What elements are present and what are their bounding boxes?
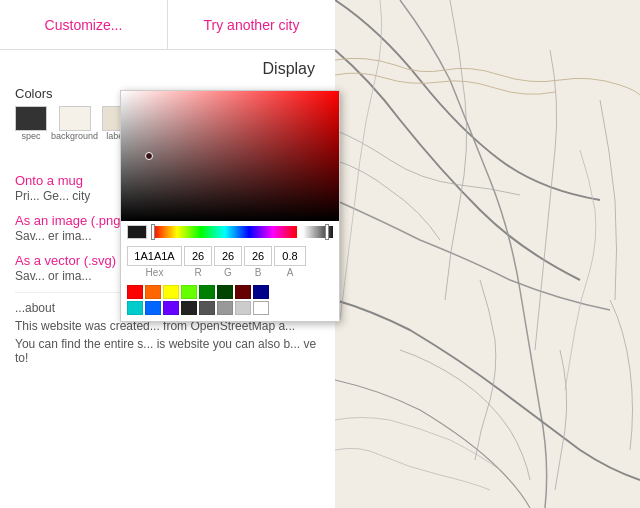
gradient-area[interactable] <box>121 91 339 221</box>
brightness-gradient <box>121 91 339 221</box>
g-label: G <box>224 267 232 278</box>
try-another-button[interactable]: Try another city <box>168 0 335 49</box>
preset-row-2 <box>127 301 333 315</box>
preset-dark-green[interactable] <box>217 285 233 299</box>
swatch-spec-box[interactable] <box>15 106 47 131</box>
preset-lime[interactable] <box>181 285 197 299</box>
about-text-3: You can find the entire s... is website … <box>15 337 320 365</box>
export-png-link[interactable]: As an image (.png) <box>15 213 125 228</box>
color-preview-swatch <box>127 225 147 239</box>
alpha-thumb <box>325 224 329 240</box>
export-mug-link[interactable]: Onto a mug <box>15 173 83 188</box>
hue-thumb <box>151 224 155 240</box>
preset-cyan[interactable] <box>127 301 143 315</box>
r-label: R <box>194 267 201 278</box>
a-input[interactable] <box>274 246 306 266</box>
preset-row-1 <box>127 285 333 299</box>
preset-mid-gray[interactable] <box>217 301 233 315</box>
r-input[interactable] <box>184 246 212 266</box>
g-input[interactable] <box>214 246 242 266</box>
swatch-spec-label: spec <box>21 131 40 141</box>
preset-white[interactable] <box>253 301 269 315</box>
a-label: A <box>287 267 294 278</box>
customize-button[interactable]: Customize... <box>0 0 168 49</box>
hex-input[interactable] <box>127 246 182 266</box>
swatch-spec[interactable]: spec <box>15 106 47 141</box>
preset-navy[interactable] <box>253 285 269 299</box>
preset-orange[interactable] <box>145 285 161 299</box>
b-label: B <box>255 267 262 278</box>
preset-light-gray[interactable] <box>235 301 251 315</box>
swatch-background-label: background <box>51 131 98 141</box>
export-svg-link[interactable]: As a vector (.svg) <box>15 253 116 268</box>
preset-very-dark[interactable] <box>181 301 197 315</box>
hex-input-group: Hex <box>127 246 182 278</box>
preset-blue[interactable] <box>145 301 161 315</box>
preset-colors <box>121 281 339 321</box>
swatch-background-box[interactable] <box>59 106 91 131</box>
alpha-slider[interactable] <box>303 226 333 238</box>
hue-slider-row <box>121 221 339 243</box>
preset-dark-red[interactable] <box>235 285 251 299</box>
preset-dark-gray[interactable] <box>199 301 215 315</box>
preset-red[interactable] <box>127 285 143 299</box>
g-input-group: G <box>214 246 242 278</box>
r-input-group: R <box>184 246 212 278</box>
swatch-background[interactable]: background <box>51 106 98 141</box>
top-nav: Customize... Try another city <box>0 0 335 50</box>
hue-slider[interactable] <box>153 226 297 238</box>
color-picker-popup: Hex R G B A <box>120 90 340 322</box>
preset-purple[interactable] <box>163 301 179 315</box>
preset-yellow[interactable] <box>163 285 179 299</box>
color-inputs-row: Hex R G B A <box>121 243 339 281</box>
preset-green[interactable] <box>199 285 215 299</box>
hex-label: Hex <box>146 267 164 278</box>
b-input[interactable] <box>244 246 272 266</box>
b-input-group: B <box>244 246 272 278</box>
a-input-group: A <box>274 246 306 278</box>
display-title: Display <box>15 60 320 78</box>
